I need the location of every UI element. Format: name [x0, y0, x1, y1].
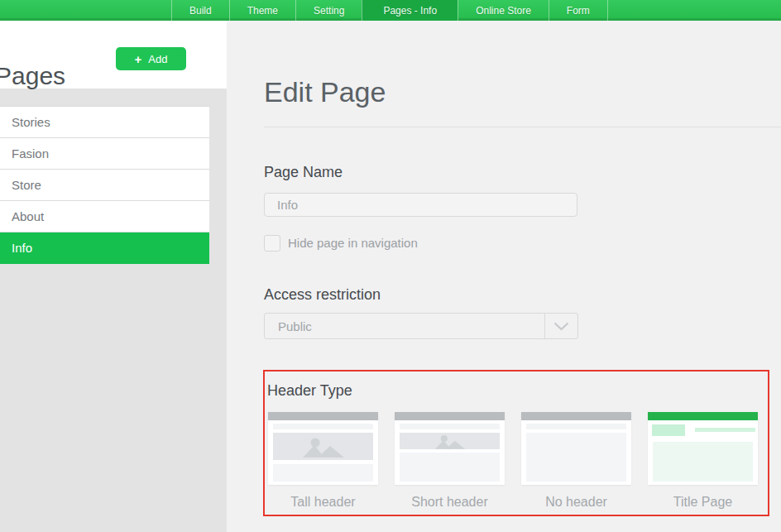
add-page-button-label: Add: [148, 53, 167, 65]
access-restriction-label: Access restriction: [264, 286, 781, 304]
sidebar-header: Pages + Add: [0, 21, 227, 89]
thumb-title-line: [695, 428, 755, 432]
chevron-down-icon: [544, 314, 577, 338]
thumb-content-block: [526, 433, 626, 482]
image-placeholder-icon: [273, 433, 373, 460]
access-restriction-dropdown[interactable]: Public: [264, 313, 578, 339]
hide-page-checkbox[interactable]: [264, 235, 280, 252]
top-navigation: Build Theme Setting Pages - Info Online …: [0, 0, 781, 21]
add-page-button[interactable]: + Add: [116, 47, 186, 70]
pages-sidebar: Pages + Add Stories Fasion Store About I…: [0, 21, 227, 532]
header-type-section: Header Type Tall header: [263, 370, 769, 516]
page-name-label: Page Name: [264, 164, 781, 181]
thumb-navline: [526, 424, 626, 429]
topnav-spacer: [0, 0, 171, 21]
thumb-content-block: [653, 442, 753, 482]
image-placeholder-icon: [400, 433, 500, 449]
edit-page-panel: Edit Page Page Name Hide page in navigat…: [227, 21, 781, 532]
header-type-option-label: Short header: [395, 495, 505, 510]
header-type-option-title-page[interactable]: Title Page: [648, 412, 758, 510]
page-name-input[interactable]: [264, 193, 577, 217]
header-type-option-label: Tall header: [268, 495, 378, 510]
header-type-option-label: No header: [521, 495, 631, 510]
tab-build[interactable]: Build: [171, 0, 229, 21]
page-title: Edit Page: [264, 75, 781, 108]
title-page-thumbnail: [648, 412, 758, 485]
page-list: Stories Fasion Store About Info: [0, 106, 209, 264]
header-type-option-none[interactable]: No header: [521, 412, 631, 510]
thumb-topbar: [268, 412, 378, 420]
short-header-thumbnail: [395, 412, 505, 485]
tab-theme[interactable]: Theme: [229, 0, 295, 21]
header-type-option-label: Title Page: [648, 495, 758, 510]
thumb-topbar: [395, 412, 505, 420]
dropdown-selected-value: Public: [265, 319, 544, 333]
thumb-topbar: [648, 412, 758, 420]
title-divider: [264, 127, 781, 127]
thumb-content-block: [273, 464, 373, 482]
header-type-option-tall[interactable]: Tall header: [268, 412, 378, 510]
tab-pages-info[interactable]: Pages - Info: [362, 0, 458, 21]
header-type-options: Tall header Short header: [268, 412, 768, 510]
plus-icon: +: [135, 53, 142, 65]
tab-setting[interactable]: Setting: [295, 0, 362, 21]
sidebar-item-store[interactable]: Store: [0, 170, 209, 201]
header-type-option-short[interactable]: Short header: [395, 412, 505, 510]
sidebar-item-stories[interactable]: Stories: [0, 107, 209, 138]
sidebar-item-info[interactable]: Info: [0, 232, 209, 264]
sidebar-item-fasion[interactable]: Fasion: [0, 138, 209, 170]
hide-page-row: Hide page in navigation: [264, 234, 781, 252]
tab-online-store[interactable]: Online Store: [458, 0, 549, 21]
thumb-topbar: [521, 412, 631, 420]
no-header-thumbnail: [521, 412, 631, 485]
tall-header-thumbnail: [268, 412, 378, 485]
thumb-title-block: [652, 424, 685, 436]
thumb-navline: [400, 424, 500, 429]
header-type-label: Header Type: [267, 382, 768, 400]
thumb-navline: [273, 424, 373, 429]
sidebar-title: Pages: [0, 62, 65, 90]
hide-page-label: Hide page in navigation: [288, 236, 418, 250]
tab-form[interactable]: Form: [549, 0, 608, 21]
thumb-content-block: [400, 453, 500, 482]
sidebar-item-about[interactable]: About: [0, 201, 209, 232]
